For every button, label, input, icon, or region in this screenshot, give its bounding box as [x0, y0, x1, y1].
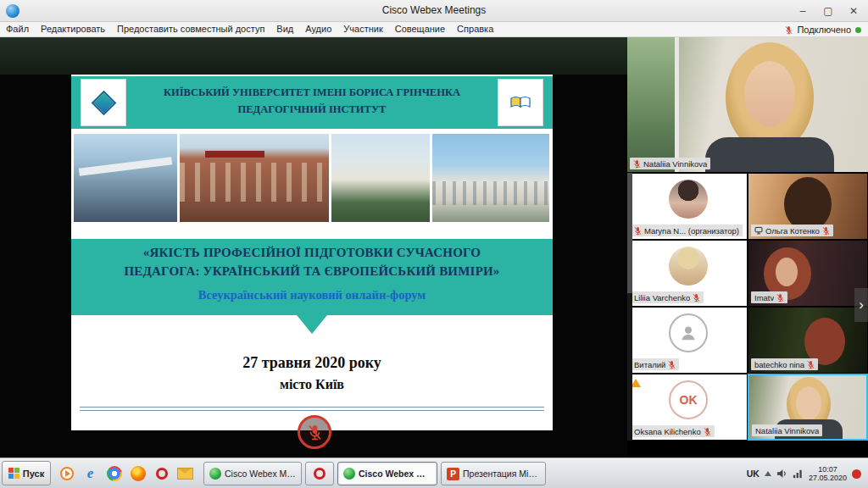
taskbar-button-powerpoint[interactable]: P Презентация Micros... [441, 462, 546, 485]
window-controls: – ▢ ✕ [790, 0, 866, 22]
participant-name: Maryna N... (организатор) [644, 226, 739, 236]
participant-label: Imatv [751, 291, 787, 303]
titlebar: Cisco Webex Meetings – ▢ ✕ [0, 0, 868, 22]
main-video-tile[interactable]: Nataliia Vinnikova [627, 37, 868, 172]
slide-date-line1: 27 травня 2020 року [71, 354, 553, 372]
participant-tile-liliia[interactable]: Liliia Varchenko [627, 240, 748, 307]
tray-language[interactable]: UK [747, 469, 760, 479]
quicklaunch-mail-icon[interactable] [176, 464, 194, 482]
campus-photo-4 [432, 134, 549, 222]
participant-name: batechko nina [754, 360, 804, 369]
status-dot-icon [855, 27, 861, 33]
next-participants-button[interactable]: › [854, 288, 868, 322]
taskbar-button-opera[interactable] [305, 462, 334, 485]
start-button[interactable]: Пуск [2, 461, 51, 485]
scrollbar-thumb[interactable] [627, 173, 632, 293]
muted-mic-icon [633, 159, 641, 169]
window-decor [627, 37, 679, 172]
task-label: Cisco Webex Meeti... [359, 469, 431, 479]
university-title: КИЇВСЬКИЙ УНІВЕРСИТЕТ ІМЕНІ БОРИСА ГРІНЧ… [132, 84, 492, 118]
slide-title-line2: ПЕДАГОГА: УКРАЇНСЬКИЙ ТА ЄВРОПЕЙСЬКИЙ ВИ… [71, 264, 553, 279]
menu-item-edit[interactable]: Редактировать [35, 22, 111, 36]
muted-mic-icon [308, 424, 322, 441]
close-button[interactable]: ✕ [841, 5, 866, 17]
university-line2: ПЕДАГОГІЧНИЙ ІНСТИТУТ [132, 101, 492, 118]
university-emblem-icon [91, 90, 116, 115]
slide-date-line2: місто Київ [71, 377, 553, 392]
participant-label: Liliia Varchenko [631, 291, 704, 303]
participant-name: Liliia Varchenko [634, 293, 690, 302]
muted-mic-icon [693, 293, 700, 302]
menu-item-audio[interactable]: Аудио [299, 22, 337, 36]
slide-header-band: КИЇВСЬКИЙ УНІВЕРСИТЕТ ІМЕНІ БОРИСА ГРІНЧ… [71, 76, 553, 129]
participant-tile-olga[interactable]: Ольга Котенко [748, 173, 868, 240]
presentation-top-strip [0, 37, 627, 75]
participant-tile-batechko[interactable]: batechko nina [748, 307, 868, 374]
menu-item-participant[interactable]: Участник [337, 22, 388, 36]
participant-label: Nataliia Vinnikova [630, 158, 710, 169]
participants-scrollbar[interactable] [627, 173, 632, 441]
opera-app-icon [314, 468, 326, 480]
connection-status-area: Подключено [785, 22, 861, 37]
participant-tile-maryna[interactable]: Maryna N... (организатор) [627, 173, 748, 240]
participant-label: Виталий [631, 358, 679, 370]
muted-mic-icon [704, 427, 711, 436]
webex-window: Cisco Webex Meetings – ▢ ✕ Файл Редактир… [0, 0, 868, 488]
participant-tile-imatv[interactable]: Imatv [748, 240, 868, 307]
tray-app-icon[interactable] [852, 469, 861, 479]
quicklaunch-firefox-icon[interactable] [129, 464, 147, 482]
person-hair-decor [784, 177, 832, 231]
quicklaunch-opera-icon[interactable] [153, 464, 170, 482]
menu-item-view[interactable]: Вид [270, 22, 299, 36]
slide-title-line1: «ЯКІСТЬ ПРОФЕСІЙНОЇ ПІДГОТОВКИ СУЧАСНОГО [71, 246, 553, 260]
avatar: OK [669, 380, 708, 419]
taskbar-button-webex-active[interactable]: Cisco Webex Meeti... [337, 462, 437, 485]
quicklaunch-chrome-icon[interactable] [105, 464, 123, 482]
avatar [669, 180, 708, 219]
tray-chevron-icon[interactable] [765, 471, 771, 476]
participant-tile-nataliia-active[interactable]: Nataliia Vinnikova [748, 374, 868, 441]
person-icon [679, 324, 698, 342]
person-face-decor [796, 386, 821, 420]
participant-tile-vitaliy[interactable]: Виталий [627, 307, 748, 374]
window-title: Cisco Webex Meetings [0, 4, 868, 16]
quicklaunch-mediaplayer-icon[interactable] [58, 464, 75, 482]
participant-label: Nataliia Vinnikova [752, 424, 822, 436]
avatar-initials: OK [680, 393, 698, 407]
participant-name: Виталий [634, 360, 665, 369]
menu-item-help[interactable]: Справка [451, 22, 499, 36]
participant-label: Ольга Котенко [751, 225, 833, 236]
taskbar: Пуск e Cisco Webex Meeting... Cisco Webe… [0, 458, 868, 488]
tray-clock[interactable]: 10:07 27.05.2020 [809, 465, 847, 482]
webex-app-icon [343, 468, 355, 480]
taskbar-button-webex-1[interactable]: Cisco Webex Meeting... [203, 462, 302, 485]
person-torso-decor [705, 137, 834, 172]
minimize-button[interactable]: – [790, 5, 815, 17]
participant-name: Nataliia Vinnikova [755, 426, 819, 435]
participant-name: Ольга Котенко [765, 226, 820, 236]
muted-mic-icon [785, 25, 793, 35]
participant-label: Maryna N... (организатор) [631, 225, 743, 236]
slide-arrow-decor [297, 315, 327, 334]
maximize-button[interactable]: ▢ [815, 5, 841, 17]
campus-photo-1 [74, 134, 177, 222]
connection-status: Подключено [797, 25, 851, 35]
menu-item-meeting[interactable]: Совещание [389, 22, 451, 36]
person-face-decor [776, 258, 798, 286]
book-emblem-icon [509, 96, 531, 109]
avatar [669, 313, 708, 352]
campus-photo-3 [331, 134, 430, 222]
participant-tile-oksana[interactable]: OK Oksana Kilichenko [627, 374, 748, 441]
slide-divider-rule [80, 407, 544, 411]
muted-mic-icon [822, 226, 830, 236]
network-icon[interactable] [793, 469, 804, 479]
mute-indicator[interactable] [298, 415, 331, 449]
quicklaunch-ie-icon[interactable]: e [81, 464, 99, 482]
speaker-icon[interactable] [776, 469, 787, 479]
menu-item-file[interactable]: Файл [0, 22, 35, 36]
menu-item-share[interactable]: Предоставить совместный доступ [111, 22, 270, 36]
tray-date: 27.05.2020 [809, 474, 847, 482]
video-panel: Nataliia Vinnikova Maryna N... (организа… [627, 37, 868, 458]
presentation-slide: КИЇВСЬКИЙ УНІВЕРСИТЕТ ІМЕНІ БОРИСА ГРІНЧ… [71, 75, 553, 430]
webex-app-icon [209, 468, 221, 480]
